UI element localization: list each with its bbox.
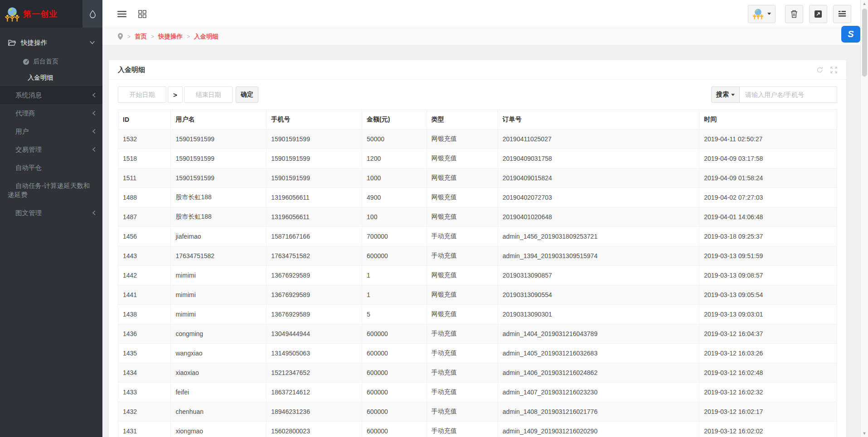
control-sidebar-button[interactable] <box>833 5 851 23</box>
table-row: 1432chenhuan18946231236600000手动充值admin_1… <box>118 402 837 422</box>
table-header-cell: 手机号 <box>267 110 362 130</box>
table-row: 1433feifei18637214612600000手动充值admin_140… <box>118 383 837 402</box>
table-cell: 15901591599 <box>267 168 362 188</box>
scroll-down-arrow[interactable]: ▼ <box>863 430 867 437</box>
table-cell: 1443 <box>118 246 171 266</box>
table-cell: 15901591599 <box>171 149 267 168</box>
table-header-row: ID用户名手机号金额(元)类型订单号时间 <box>118 110 837 130</box>
sidebar-item-label: 交易管理 <box>15 145 92 154</box>
table-row: 151815901591599159015915991200网银充值201904… <box>118 149 837 168</box>
table-cell: 网银充值 <box>427 285 498 305</box>
sidebar-item[interactable]: 代理商 <box>0 104 102 122</box>
end-date-input[interactable] <box>184 86 233 103</box>
trash-button[interactable] <box>785 5 803 23</box>
scroll-up-arrow[interactable]: ▲ <box>863 0 867 7</box>
sidebar-item-label: 用户 <box>15 127 92 136</box>
table-cell: 1431 <box>118 422 171 437</box>
table-cell: 13196056611 <box>267 207 362 227</box>
sidebar-item-label: 快捷操作 <box>21 38 89 47</box>
table-header-cell: 用户名 <box>171 110 267 130</box>
sidebar-item[interactable]: 系统消息 <box>0 86 102 104</box>
table-cell: 600000 <box>362 363 427 383</box>
table-cell: 手动充值 <box>427 402 498 422</box>
sidebar-item-label: 图文管理 <box>15 209 92 217</box>
table-cell: 2019-03-12 16:02:48 <box>699 363 837 383</box>
sidebar-nav: 快捷操作 后台首页 入金明细 系统消息代理商用户交易管理自动平仓自动任务-计算递… <box>0 28 102 222</box>
table-cell: admin_1408_2019031216021776 <box>498 402 699 422</box>
date-range-button[interactable]: > <box>168 86 183 103</box>
caret-down-icon <box>731 94 735 96</box>
table-cell: 1442 <box>118 266 171 285</box>
table-cell: 手动充值 <box>427 227 498 246</box>
droplet-button[interactable] <box>82 0 102 28</box>
table-cell: 13196056611 <box>267 188 362 207</box>
table-cell: 15901591599 <box>171 168 267 188</box>
page-scrollbar[interactable]: ▲ ▼ <box>860 0 868 437</box>
apps-grid-button[interactable] <box>138 10 146 18</box>
scrollbar-thumb[interactable] <box>862 9 867 77</box>
table-cell: 1 <box>362 266 427 285</box>
chevron-left-icon <box>92 147 96 152</box>
floating-extension-badge[interactable]: S <box>841 26 860 43</box>
table-cell: 15901591599 <box>267 149 362 168</box>
table-cell: 2019-04-11 02:50:27 <box>699 130 837 149</box>
table-cell: xiongmao <box>171 422 267 437</box>
table-cell: admin_1409_2019031216020290 <box>498 422 699 437</box>
table-cell: 20190402072703 <box>498 188 699 207</box>
table-cell: 2019-03-12 16:04:37 <box>699 324 837 344</box>
caret-down-icon <box>767 13 771 15</box>
table-cell: 100 <box>362 207 427 227</box>
table-cell: 手动充值 <box>427 363 498 383</box>
search-input[interactable] <box>740 86 837 103</box>
menu-toggle-button[interactable] <box>117 10 126 18</box>
sidebar-item-quick-actions[interactable]: 快捷操作 <box>0 32 102 53</box>
chevron-down-icon <box>89 40 95 45</box>
trash-icon <box>790 10 798 18</box>
list-icon <box>838 10 846 17</box>
table-cell: chenhuan <box>171 402 267 422</box>
launch-button[interactable] <box>809 5 827 23</box>
app-window: 第一创业 快捷操作 <box>0 0 868 437</box>
table-cell: 4900 <box>362 188 427 207</box>
sidebar-item-label: 系统消息 <box>15 91 92 100</box>
table-cell: wangxiao <box>171 344 267 363</box>
sidebar-menu: 系统消息代理商用户交易管理自动平仓自动任务-计算递延天数和递延费图文管理 <box>0 86 102 222</box>
table-cell: 13149505063 <box>267 344 362 363</box>
table-row: 1532159015915991590159159950000网银充值20190… <box>118 130 837 149</box>
table-cell: 1435 <box>118 344 171 363</box>
s-badge-icon: S <box>848 29 853 39</box>
table-cell: 18637214612 <box>267 383 362 402</box>
table-cell: 1518 <box>118 149 171 168</box>
sidebar-item-deposit-detail[interactable]: 入金明细 <box>0 70 102 86</box>
sidebar-item-dashboard[interactable]: 后台首页 <box>0 53 102 70</box>
table-cell: admin_1456_2019031809253721 <box>498 227 699 246</box>
sidebar-item[interactable]: 交易管理 <box>0 140 102 158</box>
table-cell: 600000 <box>362 402 427 422</box>
table-cell: 600000 <box>362 246 427 266</box>
main-area: >首页>快捷操作>入金明细 入金明细 <box>102 0 868 437</box>
deposit-panel: 入金明细 <box>109 60 846 437</box>
brand[interactable]: 第一创业 <box>0 0 82 28</box>
confirm-button[interactable]: 确定 <box>236 86 258 103</box>
sidebar-item[interactable]: 图文管理 <box>0 204 102 222</box>
table-header-cell: 订单号 <box>498 110 699 130</box>
fullscreen-button[interactable] <box>830 67 837 73</box>
breadcrumb-link[interactable]: 首页 <box>135 33 147 41</box>
table-cell: mimimi <box>171 285 267 305</box>
start-date-input[interactable] <box>118 86 166 103</box>
refresh-button[interactable] <box>816 67 823 73</box>
search-type-button[interactable]: 搜索 <box>711 86 740 103</box>
breadcrumb-separator: > <box>151 34 154 40</box>
sidebar: 第一创业 快捷操作 <box>0 0 102 437</box>
table-row: 1434xiaoxiao15212347652600000手动充值admin_1… <box>118 363 837 383</box>
user-avatar-button[interactable] <box>748 5 776 23</box>
sidebar-item[interactable]: 自动任务-计算递延天数和递延费 <box>0 177 102 204</box>
breadcrumb-link[interactable]: 快捷操作 <box>158 33 183 41</box>
breadcrumb-link[interactable]: 入金明细 <box>194 33 218 41</box>
chevron-left-icon <box>92 129 96 134</box>
table-row: 1442mimimi136769295891网银充值20190313090857… <box>118 266 837 285</box>
table-row: 1431xiongmao15602800023600000手动充值admin_1… <box>118 422 837 437</box>
sidebar-item[interactable]: 自动平仓 <box>0 158 102 177</box>
table-cell: 2019-04-01 14:06:48 <box>699 207 837 227</box>
sidebar-item[interactable]: 用户 <box>0 122 102 140</box>
